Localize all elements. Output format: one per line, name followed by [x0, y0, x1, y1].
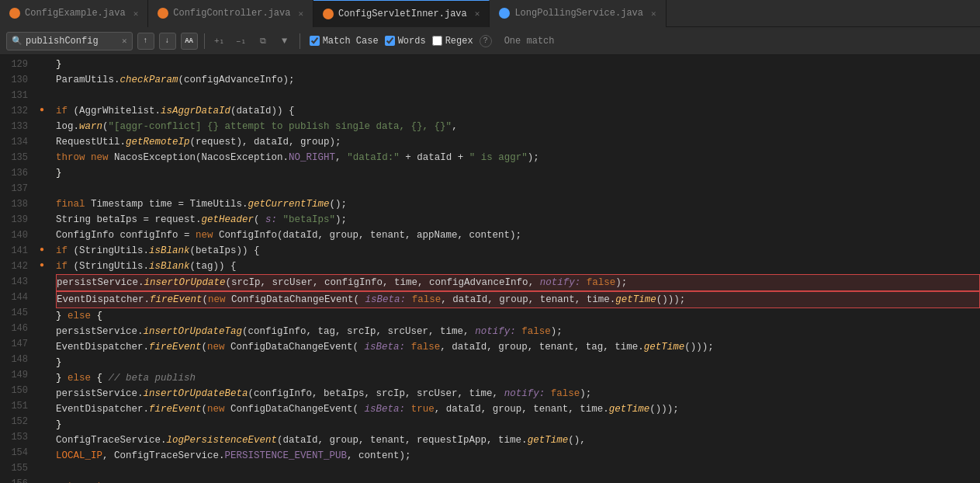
line-num-140: 140 — [9, 228, 28, 243]
line-num-136: 136 — [9, 165, 28, 181]
select-all-button[interactable]: ⧉ — [255, 33, 272, 50]
code-line-144: EventDispatcher.fireEvent(new ConfigData… — [56, 291, 980, 308]
line-num-133: 133 — [9, 119, 28, 134]
tab-label-config-example: ConfigExample.java — [25, 8, 126, 19]
gutter-139 — [34, 210, 50, 226]
line-num-131: 131 — [9, 88, 28, 103]
code-text-141: if (StringUtils.isBlank(betaIps)) { — [56, 243, 980, 259]
line-num-152: 152 — [9, 414, 28, 429]
tab-label-config-servlet-inner: ConfigServletInner.java — [338, 9, 467, 19]
gutter-143 — [34, 273, 50, 288]
code-line-150: persistService.insertOrUpdateBeta(config… — [56, 386, 980, 401]
line-num-129: 129 — [9, 57, 28, 72]
line-num-146: 146 — [9, 321, 28, 336]
search-prev-button[interactable]: ↑ — [137, 33, 154, 50]
code-line-136: } — [56, 165, 980, 181]
code-line-138: final Timestamp time = TimeUtils.getCurr… — [56, 196, 980, 212]
search-aa-button[interactable]: AA — [181, 33, 198, 50]
separator2 — [300, 33, 300, 49]
remove-occurrence-button[interactable]: –₁ — [233, 33, 250, 50]
tab-icon-config-example — [9, 8, 20, 19]
code-text-144: EventDispatcher.fireEvent(new ConfigData… — [57, 292, 979, 308]
gutter-142: ● — [34, 257, 50, 273]
line-num-145: 145 — [9, 305, 28, 321]
code-text-139: String betaIps = request.getHeader( s: "… — [56, 212, 980, 228]
regex-label: Regex — [445, 36, 473, 47]
line-num-154: 154 — [9, 445, 28, 460]
help-button[interactable]: ? — [480, 35, 492, 47]
code-text-130: ParamUtils.checkParam(configAdvanceInfo)… — [56, 72, 980, 88]
code-line-154: LOCAL_IP, ConfigTraceService.PERSISTENCE… — [56, 448, 980, 464]
regex-option[interactable]: Regex — [432, 36, 473, 47]
gutter-148 — [34, 350, 50, 366]
line-num-150: 150 — [9, 383, 28, 398]
code-line-137 — [56, 181, 980, 196]
line-num-139: 139 — [9, 212, 28, 228]
code-text-151: EventDispatcher.fireEvent(new ConfigData… — [56, 401, 980, 417]
tab-close-config-controller[interactable]: ✕ — [298, 9, 303, 19]
gutter-138 — [34, 195, 50, 210]
separator — [204, 33, 205, 49]
code-line-148: } — [56, 355, 980, 370]
code-line-139: String betaIps = request.getHeader( s: "… — [56, 212, 980, 228]
code-content[interactable]: } ParamUtils.checkParam(configAdvanceInf… — [50, 55, 980, 483]
code-line-134: RequestUtil.getRemoteIp(request), dataId… — [56, 134, 980, 150]
tab-config-controller[interactable]: ConfigController.java ✕ — [148, 0, 313, 27]
code-line-129: } — [56, 57, 980, 72]
code-line-152: } — [56, 417, 980, 433]
tab-close-config-servlet-inner[interactable]: ✕ — [475, 9, 480, 19]
line-num-142: 142 — [9, 259, 28, 274]
tab-close-long-polling-service[interactable]: ✕ — [651, 9, 656, 19]
code-line-151: EventDispatcher.fireEvent(new ConfigData… — [56, 401, 980, 417]
add-occurrence-button[interactable]: +₁ — [211, 33, 228, 50]
code-text-156: return true; — [56, 479, 980, 483]
code-text-153: ConfigTraceService.logPersistenceEvent(d… — [56, 433, 980, 448]
code-line-145: } else { — [56, 308, 980, 324]
match-case-option[interactable]: Match Case — [310, 36, 379, 47]
tab-config-servlet-inner[interactable]: ConfigServletInner.java ✕ — [313, 0, 490, 27]
line-num-135: 135 — [9, 150, 28, 165]
tab-icon-config-servlet-inner — [323, 9, 334, 19]
code-text-150: persistService.insertOrUpdateBeta(config… — [56, 386, 980, 401]
match-case-checkbox[interactable] — [310, 36, 320, 46]
code-text-143: persistService.insertOrUpdate(srcIp, src… — [57, 275, 979, 290]
line-num-156: 156 — [9, 476, 28, 483]
regex-checkbox[interactable] — [432, 36, 442, 46]
code-line-153: ConfigTraceService.logPersistenceEvent(d… — [56, 433, 980, 448]
code-line-133: log.warn("[aggr-conflict] {} attempt to … — [56, 119, 980, 134]
line-num-130: 130 — [9, 72, 28, 88]
gutter-154 — [34, 443, 50, 459]
code-line-141: if (StringUtils.isBlank(betaIps)) { — [56, 243, 980, 259]
search-input-wrapper[interactable]: 🔍 ✕ — [6, 32, 133, 50]
code-text-129: } — [56, 57, 980, 72]
search-next-button[interactable]: ↓ — [159, 33, 176, 50]
code-text-133: log.warn("[aggr-conflict] {} attempt to … — [56, 119, 980, 134]
search-clear-icon[interactable]: ✕ — [122, 36, 127, 46]
gutter-155 — [34, 459, 50, 474]
words-checkbox[interactable] — [385, 36, 395, 46]
code-text-148: } — [56, 355, 980, 370]
code-text-142: if (StringUtils.isBlank(tag)) { — [56, 259, 980, 274]
code-line-147: EventDispatcher.fireEvent(new ConfigData… — [56, 339, 980, 355]
gutter-156 — [34, 474, 50, 483]
gutter-145 — [34, 304, 50, 319]
gutter-151 — [34, 397, 50, 412]
tab-long-polling-service[interactable]: LongPollingService.java ✕ — [490, 0, 666, 27]
line-num-147: 147 — [9, 336, 28, 352]
words-option[interactable]: Words — [385, 36, 426, 47]
gutter-132: ● — [34, 102, 50, 117]
search-input[interactable] — [26, 36, 119, 47]
gutter-137 — [34, 179, 50, 195]
gutter-147 — [34, 335, 50, 350]
gutter-150 — [34, 381, 50, 397]
code-line-130: ParamUtils.checkParam(configAdvanceInfo)… — [56, 72, 980, 88]
line-numbers: 1291301311321331341351361371381391401411… — [0, 55, 34, 483]
tab-config-example[interactable]: ConfigExample.java ✕ — [0, 0, 148, 27]
line-num-143: 143 — [9, 274, 28, 290]
tab-close-config-example[interactable]: ✕ — [133, 9, 139, 19]
code-text-154: LOCAL_IP, ConfigTraceService.PERSISTENCE… — [56, 448, 980, 464]
code-text-136: } — [56, 165, 980, 181]
line-num-148: 148 — [9, 352, 28, 367]
filter-button[interactable]: ▼ — [276, 33, 293, 50]
line-num-138: 138 — [9, 196, 28, 212]
